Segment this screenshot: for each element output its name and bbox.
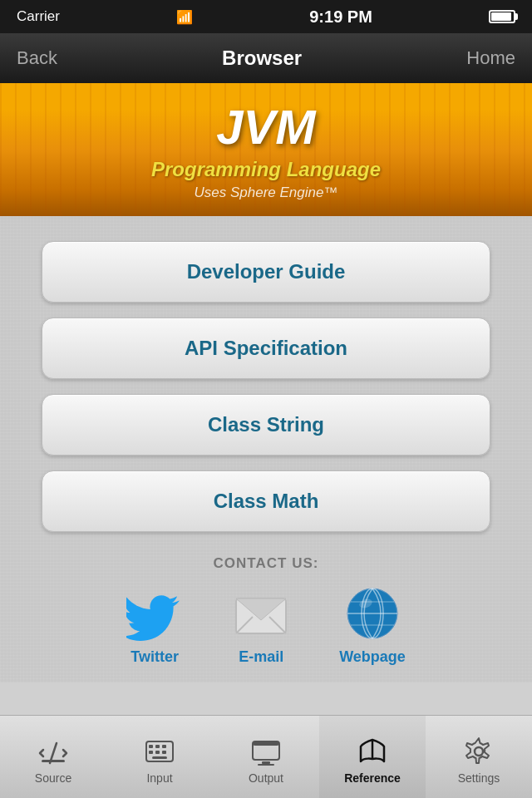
- hero-banner: JVM Programming Language Uses Sphere Eng…: [0, 83, 532, 216]
- settings-icon: [464, 736, 494, 766]
- wifi-icon: 📶: [176, 9, 193, 25]
- webpage-contact[interactable]: Webpage: [339, 585, 406, 666]
- webpage-label: Webpage: [339, 648, 406, 666]
- contact-section: CONTACT US: Twitter: [42, 555, 490, 666]
- svg-point-25: [475, 747, 483, 756]
- source-icon: [38, 736, 68, 766]
- svg-rect-18: [162, 751, 166, 754]
- svg-rect-16: [149, 751, 153, 754]
- tab-reference[interactable]: Reference: [319, 716, 426, 798]
- main-content: Developer Guide API Specification Class …: [0, 216, 532, 682]
- svg-rect-23: [258, 764, 274, 766]
- email-icon: [233, 585, 289, 642]
- reference-icon: [357, 736, 387, 766]
- svg-rect-15: [162, 745, 166, 748]
- tab-bar: Source Input Output Reference: [0, 715, 532, 798]
- contact-icons: Twitter E-mail: [42, 585, 490, 666]
- hero-title: JVM: [216, 99, 315, 155]
- tab-settings[interactable]: Settings: [426, 716, 532, 798]
- svg-rect-13: [149, 745, 153, 748]
- tab-source[interactable]: Source: [0, 716, 106, 798]
- class-math-button[interactable]: Class Math: [42, 470, 490, 532]
- output-icon: [251, 736, 281, 766]
- reference-tab-label: Reference: [344, 771, 401, 785]
- svg-rect-19: [152, 756, 167, 759]
- tab-input[interactable]: Input: [106, 716, 213, 798]
- twitter-label: Twitter: [131, 648, 179, 666]
- svg-rect-22: [262, 761, 270, 764]
- time-label: 9:19 PM: [309, 7, 372, 27]
- contact-heading: CONTACT US:: [42, 555, 490, 572]
- carrier-label: Carrier: [17, 8, 60, 25]
- back-button[interactable]: Back: [17, 47, 57, 69]
- nav-bar: Back Browser Home: [0, 33, 532, 83]
- hero-subtitle: Programming Language: [151, 158, 381, 181]
- battery-icon: [489, 10, 515, 23]
- battery-indicator: [489, 10, 515, 23]
- tab-output[interactable]: Output: [213, 716, 319, 798]
- svg-rect-14: [155, 745, 160, 748]
- nav-title: Browser: [222, 47, 302, 70]
- web-icon: [344, 585, 401, 642]
- input-icon: [145, 736, 175, 766]
- twitter-icon: [126, 585, 183, 642]
- svg-rect-10: [42, 760, 65, 762]
- status-bar: Carrier 📶 9:19 PM: [0, 0, 532, 33]
- output-tab-label: Output: [249, 771, 283, 785]
- input-tab-label: Input: [146, 771, 172, 785]
- twitter-contact[interactable]: Twitter: [126, 585, 183, 666]
- source-tab-label: Source: [35, 771, 71, 785]
- class-string-button[interactable]: Class String: [42, 394, 490, 456]
- email-contact[interactable]: E-mail: [233, 585, 289, 666]
- svg-rect-21: [253, 741, 279, 746]
- home-button[interactable]: Home: [466, 47, 515, 69]
- svg-rect-17: [155, 751, 160, 754]
- developer-guide-button[interactable]: Developer Guide: [42, 241, 490, 303]
- email-label: E-mail: [239, 648, 283, 666]
- hero-description: Uses Sphere Engine™: [195, 185, 338, 201]
- api-specification-button[interactable]: API Specification: [42, 318, 490, 379]
- settings-tab-label: Settings: [458, 771, 500, 785]
